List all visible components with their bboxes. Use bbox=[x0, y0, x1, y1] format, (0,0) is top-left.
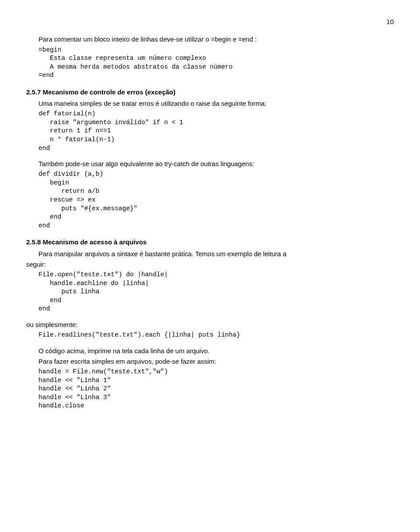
code-block-file-new: handle = File.new("teste.txt","w") handl… bbox=[38, 368, 394, 410]
paragraph-raise: Uma maneira simples de se tratar erros é… bbox=[26, 99, 394, 108]
paragraph-files-b: seguir: bbox=[26, 260, 394, 269]
paragraph-explain: O código acima, imprime na tela cada lin… bbox=[26, 347, 394, 355]
page-number: 10 bbox=[26, 17, 394, 26]
paragraph-files-a: Para manipular arquivos a sintaxe é bast… bbox=[26, 250, 394, 258]
heading-257: 2.5.7 Mecanismo de controle de erros (ex… bbox=[26, 88, 394, 97]
code-block-readlines: File.readlines("teste.txt").each {|linha… bbox=[38, 331, 394, 340]
paragraph-or-simply: ou simplesmente: bbox=[26, 320, 394, 329]
code-block-dividir: def dividir (a,b) begin return a/b rescu… bbox=[38, 170, 394, 230]
paragraph-write: Para fazer escrita simples em arquivos, … bbox=[26, 357, 394, 366]
heading-258: 2.5.8 Mecanismo de acesso à arquivos bbox=[26, 238, 394, 247]
code-block-fatorial: def fatorial(n) raise "argumento inválid… bbox=[38, 110, 394, 153]
code-block-begin-end: =begin Esta classe representa um número … bbox=[38, 46, 394, 80]
paragraph-intro: Para comentar um bloco inteiro de linhas… bbox=[26, 35, 394, 44]
code-block-file-open: File.open("teste.txt") do |handle| handl… bbox=[38, 271, 394, 313]
paragraph-trycatch: Também pode-se usar algo equivalente ao … bbox=[26, 160, 394, 168]
